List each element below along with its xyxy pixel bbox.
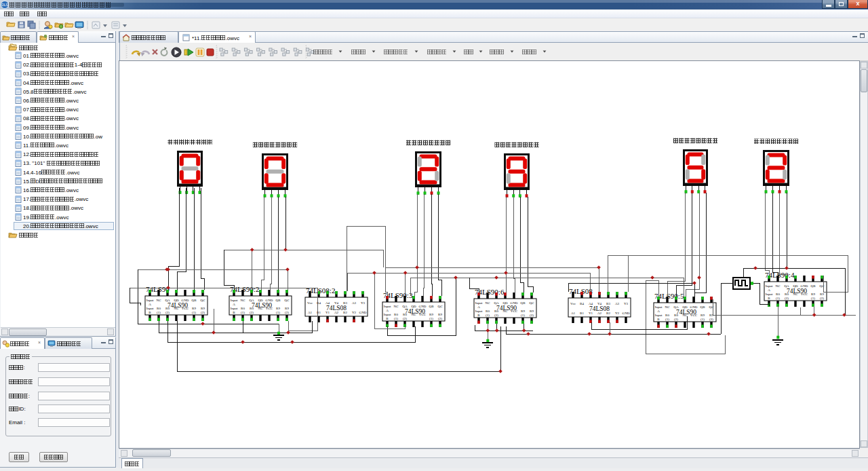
- svg-text:74LS08: 74LS08: [589, 305, 610, 312]
- svg-text:R9: R9: [811, 293, 815, 296]
- svg-text:R9: R9: [276, 307, 280, 310]
- svg-text:Input: Input: [655, 314, 663, 317]
- svg-text:R0: R0: [157, 307, 161, 310]
- svg-text:74LS90: 74LS90: [252, 302, 272, 309]
- svg-text:(2): (2): [250, 311, 254, 314]
- svg-text:Vcc: Vcc: [570, 302, 576, 305]
- svg-text:(2): (2): [201, 311, 205, 314]
- svg-text:R0: R0: [776, 293, 780, 296]
- svg-text:R9: R9: [530, 309, 534, 313]
- svg-text:Y3: Y3: [624, 302, 629, 305]
- svg-text:A: A: [768, 288, 770, 292]
- svg-text:(2): (2): [530, 314, 534, 317]
- svg-text:(1): (1): [701, 318, 705, 321]
- svg-text:Input: Input: [384, 313, 391, 316]
- svg-text:QC: QC: [820, 284, 825, 288]
- svg-text:GND: GND: [359, 311, 367, 314]
- svg-text:R9: R9: [201, 307, 205, 310]
- svg-text:R9: R9: [521, 309, 525, 313]
- svg-text:Input: Input: [766, 293, 773, 296]
- svg-text:QB: QB: [521, 301, 526, 305]
- svg-text:NC: NC: [776, 284, 781, 288]
- svg-text:B4: B4: [580, 302, 584, 305]
- svg-text:A3: A3: [615, 302, 620, 305]
- svg-text:(2): (2): [285, 311, 289, 314]
- svg-text:A2: A2: [597, 312, 602, 315]
- svg-text:74LS90: 74LS90: [496, 305, 517, 312]
- svg-text:(2): (2): [438, 317, 442, 320]
- svg-text:74LS90: 74LS90: [167, 302, 188, 309]
- svg-text:(2): (2): [403, 317, 407, 320]
- svg-text:A: A: [657, 309, 660, 313]
- svg-text:A: A: [149, 303, 151, 306]
- svg-text:R0: R0: [241, 307, 245, 310]
- svg-text:R9: R9: [192, 307, 196, 310]
- svg-text:A: A: [233, 303, 235, 306]
- svg-text:Input: Input: [655, 305, 663, 309]
- svg-text:74LS90: 74LS90: [405, 308, 425, 315]
- svg-text:(1): (1): [776, 297, 780, 300]
- svg-text:Input: Input: [231, 307, 238, 310]
- svg-text:A1: A1: [571, 312, 576, 315]
- svg-text:(1): (1): [486, 314, 490, 317]
- svg-text:NC: NC: [241, 299, 246, 302]
- svg-text:(1): (1): [276, 311, 280, 314]
- svg-text:Input: Input: [384, 305, 391, 308]
- svg-text:Input: Input: [231, 299, 238, 302]
- svg-text:B2: B2: [343, 311, 347, 314]
- svg-text:R9: R9: [429, 313, 433, 316]
- svg-text:R9: R9: [438, 313, 442, 316]
- svg-text:A1: A1: [308, 311, 313, 314]
- svg-text:Input: Input: [475, 301, 483, 305]
- svg-text:Y1: Y1: [589, 312, 593, 315]
- svg-text:R9: R9: [701, 314, 705, 317]
- svg-text:Input: Input: [475, 309, 483, 313]
- svg-text:(1): (1): [429, 317, 433, 320]
- svg-text:Input: Input: [146, 299, 154, 302]
- svg-text:QC: QC: [530, 301, 535, 305]
- svg-text:A2: A2: [334, 311, 339, 314]
- svg-text:QB: QB: [276, 299, 281, 302]
- svg-text:R0: R0: [486, 309, 490, 313]
- svg-text:GND: GND: [623, 312, 630, 315]
- svg-text:(1): (1): [521, 314, 525, 317]
- svg-text:QC: QC: [438, 305, 443, 308]
- svg-text:Y1: Y1: [326, 311, 330, 314]
- svg-text:A3: A3: [352, 301, 357, 305]
- svg-text:(1): (1): [241, 311, 245, 314]
- svg-text:DLS: DLS: [1, 3, 8, 7]
- svg-text:B1: B1: [580, 312, 584, 315]
- svg-text:NC: NC: [486, 301, 491, 305]
- svg-text:Y2: Y2: [352, 311, 357, 314]
- svg-text:A: A: [386, 309, 389, 312]
- svg-text:NC: NC: [157, 299, 162, 302]
- svg-text:74LS90: 74LS90: [787, 288, 807, 295]
- svg-text:R9: R9: [285, 307, 289, 310]
- svg-text:NC: NC: [394, 305, 399, 308]
- svg-text:(1): (1): [394, 317, 398, 320]
- svg-text:(1): (1): [157, 311, 161, 314]
- svg-text:B2: B2: [606, 312, 610, 315]
- svg-text:74LS08: 74LS08: [326, 305, 347, 312]
- svg-text:A: A: [477, 305, 480, 309]
- svg-text:R0: R0: [394, 313, 398, 316]
- svg-text:QC: QC: [201, 299, 206, 302]
- svg-text:Input: Input: [146, 307, 154, 310]
- svg-text:R0: R0: [665, 314, 669, 317]
- svg-text:QB: QB: [701, 305, 706, 309]
- svg-text:(2): (2): [820, 297, 824, 300]
- svg-text:Y3: Y3: [361, 301, 366, 305]
- svg-text:(2): (2): [494, 314, 498, 317]
- svg-text:QB: QB: [192, 299, 197, 302]
- svg-text:74LS90: 74LS90: [676, 309, 696, 316]
- svg-text:(1): (1): [192, 311, 196, 314]
- svg-text:Input: Input: [766, 284, 773, 288]
- svg-text:QC: QC: [285, 299, 290, 302]
- svg-text:QC: QC: [709, 305, 715, 309]
- svg-text:Y2: Y2: [615, 312, 620, 315]
- svg-text:R9: R9: [820, 293, 824, 296]
- svg-text:NC: NC: [665, 305, 671, 309]
- svg-text:(2): (2): [674, 318, 678, 321]
- svg-text:QB: QB: [429, 305, 435, 308]
- svg-text:(1): (1): [665, 318, 669, 321]
